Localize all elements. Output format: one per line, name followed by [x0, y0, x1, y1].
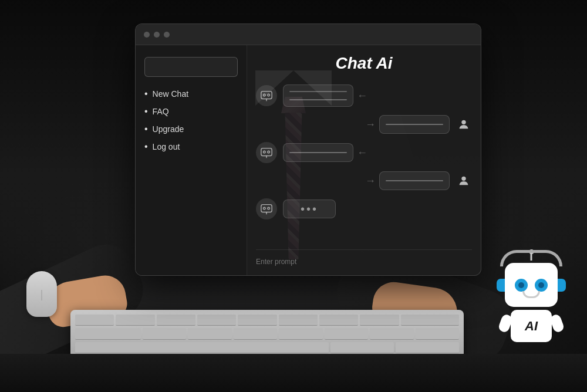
keyboard-row-3 [75, 342, 459, 353]
key [330, 342, 394, 353]
sidebar-item-faq[interactable]: FAQ [144, 106, 238, 117]
key [157, 315, 195, 326]
svg-point-6 [264, 151, 266, 153]
arrow-1: ← [357, 90, 367, 102]
svg-point-4 [461, 120, 465, 124]
headphone-left [497, 279, 505, 292]
robot-head [505, 263, 558, 307]
robot-pupil-left [518, 282, 524, 288]
key [370, 328, 413, 339]
ai-bubble-2 [283, 143, 353, 162]
message-row-5: ••• [256, 198, 472, 219]
sidebar-item-label-logout: Log out [153, 142, 180, 151]
user-bubble-1 [379, 115, 450, 134]
mouse [26, 271, 57, 317]
svg-rect-10 [261, 205, 272, 212]
sidebar-item-logout[interactable]: Log out [144, 141, 238, 152]
traffic-dot-2 [154, 32, 160, 38]
ai-avatar-1 [256, 85, 277, 106]
message-row-1: ← [256, 85, 472, 107]
sidebar: New Chat FAQ Upgrade Log out [136, 45, 247, 275]
sidebar-item-new-chat[interactable]: New Chat [144, 89, 238, 99]
sidebar-item-label-faq: FAQ [153, 107, 169, 116]
robot-arm-left [497, 313, 513, 333]
headphone-arc [500, 250, 562, 266]
arrow-2: → [365, 119, 376, 131]
ai-avatar-3 [256, 198, 277, 219]
svg-point-9 [461, 177, 465, 181]
key [416, 328, 459, 339]
key [143, 328, 186, 339]
app-window: New Chat FAQ Upgrade Log out Chat Ai [135, 23, 481, 276]
message-row-2: → [256, 115, 472, 134]
prompt-area [256, 249, 472, 266]
svg-point-7 [268, 151, 270, 153]
desk-surface [0, 354, 587, 392]
keyboard-row-1 [75, 315, 459, 326]
svg-point-2 [268, 94, 270, 96]
key [188, 328, 231, 339]
sidebar-item-upgrade[interactable]: Upgrade [144, 124, 238, 134]
typing-bubble: ••• [283, 200, 336, 218]
messages-list: ← → [256, 85, 472, 242]
user-avatar-1 [456, 116, 472, 133]
traffic-dot-3 [164, 32, 170, 38]
sidebar-item-label-new-chat: New Chat [153, 89, 188, 99]
sidebar-search[interactable] [144, 57, 238, 77]
key [319, 315, 358, 326]
typing-dots: ••• [301, 202, 318, 216]
spacebar-key [75, 342, 329, 353]
headphone-right [558, 279, 566, 292]
key [279, 328, 322, 339]
message-row-3: ← [256, 142, 472, 163]
keyboard-row-2 [75, 328, 459, 339]
chat-title: Chat Ai [256, 54, 472, 73]
svg-rect-0 [261, 92, 272, 99]
robot-eye-left [515, 279, 528, 292]
ai-avatar-2 [256, 142, 277, 163]
key [116, 315, 154, 326]
svg-point-1 [264, 94, 266, 96]
prompt-input[interactable] [256, 258, 472, 266]
key [75, 315, 114, 326]
user-bubble-2 [379, 171, 450, 190]
traffic-dot-1 [144, 32, 150, 38]
key [197, 315, 236, 326]
user-avatar-2 [456, 173, 472, 189]
key [75, 328, 141, 339]
key [238, 315, 276, 326]
keyboard [70, 310, 464, 358]
robot-mouth [522, 291, 540, 298]
message-row-4: → [256, 171, 472, 190]
arrow-3: ← [357, 147, 367, 159]
robot-pupil-right [538, 282, 544, 288]
mouse-divider [42, 290, 42, 300]
keyboard-rows [75, 315, 459, 353]
svg-point-12 [268, 207, 270, 209]
robot-eye-right [535, 279, 548, 292]
key [396, 342, 459, 353]
key [360, 315, 399, 326]
key [401, 315, 459, 326]
robot-arm-right [549, 313, 565, 333]
key [279, 315, 318, 326]
ai-bubble-1 [283, 85, 353, 107]
sidebar-item-label-upgrade: Upgrade [153, 124, 184, 134]
robot-body: AI [511, 310, 552, 342]
svg-point-11 [264, 207, 266, 209]
robot-ai-label: AI [525, 319, 538, 334]
sidebar-nav: New Chat FAQ Upgrade Log out [144, 89, 238, 152]
title-bar [136, 24, 481, 45]
key [234, 328, 277, 339]
chat-area: Chat Ai ← [247, 45, 481, 275]
svg-rect-5 [261, 148, 272, 156]
robot-mascot: AI [493, 263, 569, 357]
window-content: New Chat FAQ Upgrade Log out Chat Ai [136, 45, 481, 275]
key [325, 328, 368, 339]
arrow-4: → [365, 175, 376, 187]
